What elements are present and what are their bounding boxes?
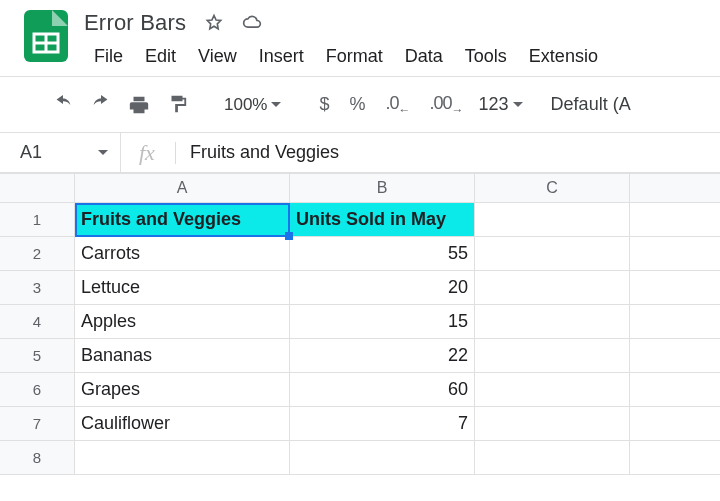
document-title[interactable]: Error Bars <box>84 10 186 36</box>
menu-view[interactable]: View <box>188 42 247 71</box>
row-header-5[interactable]: 5 <box>0 339 75 373</box>
star-icon[interactable] <box>204 13 224 33</box>
cell-B4[interactable]: 15 <box>290 305 475 339</box>
row-header-8[interactable]: 8 <box>0 441 75 475</box>
menu-file[interactable]: File <box>84 42 133 71</box>
undo-button[interactable] <box>48 90 78 120</box>
col-header-A[interactable]: A <box>75 174 290 202</box>
sheets-icon[interactable] <box>22 8 70 64</box>
format-currency-button[interactable]: $ <box>313 94 335 115</box>
cell-B8[interactable] <box>290 441 475 475</box>
menu-insert[interactable]: Insert <box>249 42 314 71</box>
divider <box>175 142 176 164</box>
cell-B1[interactable]: Units Sold in May <box>290 203 475 237</box>
paint-format-button[interactable] <box>162 90 192 120</box>
cell-D8[interactable] <box>630 441 720 475</box>
cell-D1[interactable] <box>630 203 720 237</box>
cell-A8[interactable] <box>75 441 290 475</box>
cell-A2[interactable]: Carrots <box>75 237 290 271</box>
cell-C6[interactable] <box>475 373 630 407</box>
font-dropdown[interactable]: Default (A <box>551 94 631 115</box>
cell-C3[interactable] <box>475 271 630 305</box>
row-header-2[interactable]: 2 <box>0 237 75 271</box>
cell-A4[interactable]: Apples <box>75 305 290 339</box>
redo-button[interactable] <box>86 90 116 120</box>
row-header-1[interactable]: 1 <box>0 203 75 237</box>
col-header-D[interactable] <box>630 174 720 202</box>
cell-A7[interactable]: Cauliflower <box>75 407 290 441</box>
chevron-down-icon <box>98 150 108 155</box>
decrease-decimal-button[interactable]: .0← <box>380 93 416 117</box>
chevron-down-icon <box>513 102 523 107</box>
formula-bar: A1 fx Fruits and Veggies <box>0 133 720 173</box>
spreadsheet-grid: A B C 1 Fruits and Veggies Units Sold in… <box>0 173 720 475</box>
cell-A5[interactable]: Bananas <box>75 339 290 373</box>
print-button[interactable] <box>124 90 154 120</box>
menu-bar: File Edit View Insert Format Data Tools … <box>84 42 608 71</box>
cell-C7[interactable] <box>475 407 630 441</box>
increase-decimal-button[interactable]: .00→ <box>424 93 469 117</box>
cell-B2[interactable]: 55 <box>290 237 475 271</box>
zoom-value: 100% <box>224 95 267 115</box>
name-box-value: A1 <box>20 142 42 163</box>
name-box[interactable]: A1 <box>0 142 120 163</box>
cell-C8[interactable] <box>475 441 630 475</box>
cell-B5[interactable]: 22 <box>290 339 475 373</box>
menu-data[interactable]: Data <box>395 42 453 71</box>
title-bar: Error Bars File Edit View Insert Format … <box>0 0 720 72</box>
cell-D2[interactable] <box>630 237 720 271</box>
row-header-4[interactable]: 4 <box>0 305 75 339</box>
cell-C2[interactable] <box>475 237 630 271</box>
more-formats-dropdown[interactable]: 123 <box>477 94 525 115</box>
cell-A6[interactable]: Grapes <box>75 373 290 407</box>
menu-extensions[interactable]: Extensio <box>519 42 608 71</box>
fx-icon: fx <box>120 133 175 172</box>
menu-edit[interactable]: Edit <box>135 42 186 71</box>
row-header-6[interactable]: 6 <box>0 373 75 407</box>
cell-B3[interactable]: 20 <box>290 271 475 305</box>
col-header-C[interactable]: C <box>475 174 630 202</box>
cell-D5[interactable] <box>630 339 720 373</box>
cell-D7[interactable] <box>630 407 720 441</box>
formula-value[interactable]: Fruits and Veggies <box>190 142 720 163</box>
toolbar: 100% $ % .0← .00→ 123 Default (A <box>0 77 720 133</box>
cell-A1[interactable]: Fruits and Veggies <box>75 203 290 237</box>
row-header-3[interactable]: 3 <box>0 271 75 305</box>
chevron-down-icon <box>271 102 281 107</box>
cell-B6[interactable]: 60 <box>290 373 475 407</box>
cell-D6[interactable] <box>630 373 720 407</box>
menu-format[interactable]: Format <box>316 42 393 71</box>
col-header-B[interactable]: B <box>290 174 475 202</box>
row-header-7[interactable]: 7 <box>0 407 75 441</box>
cell-D4[interactable] <box>630 305 720 339</box>
cell-B7[interactable]: 7 <box>290 407 475 441</box>
select-all-corner[interactable] <box>0 174 75 202</box>
cell-C1[interactable] <box>475 203 630 237</box>
format-percent-button[interactable]: % <box>344 94 372 115</box>
cell-A3[interactable]: Lettuce <box>75 271 290 305</box>
cell-C5[interactable] <box>475 339 630 373</box>
menu-tools[interactable]: Tools <box>455 42 517 71</box>
zoom-dropdown[interactable]: 100% <box>218 95 287 115</box>
cloud-saved-icon[interactable] <box>242 13 262 33</box>
cell-D3[interactable] <box>630 271 720 305</box>
cell-C4[interactable] <box>475 305 630 339</box>
